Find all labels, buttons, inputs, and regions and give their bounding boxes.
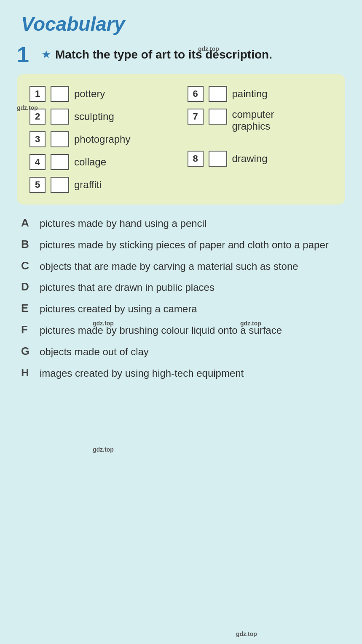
desc-letter-d: D [21, 280, 33, 293]
vocab-box: 1 pottery 2 sculpting 3 photography 4 co… [17, 74, 345, 205]
answer-box-6[interactable] [209, 86, 227, 102]
desc-text-e: pictures created by using a camera [40, 302, 197, 317]
desc-text-c: objects that are made by carving a mater… [40, 259, 298, 274]
description-item-a: A pictures made by hand using a pencil [21, 216, 341, 231]
number-box-4: 4 [29, 154, 46, 170]
desc-text-b: pictures made by sticking pieces of pape… [40, 238, 329, 253]
vocab-item-6: 6 painting [188, 86, 333, 102]
answer-box-3[interactable] [51, 131, 69, 147]
vocab-word-sculpting: sculpting [74, 111, 114, 122]
vocab-item-3: 3 photography [29, 131, 175, 147]
watermark-4: gdz.top [240, 320, 261, 327]
number-box-6: 6 [188, 86, 204, 102]
number-box-8: 8 [188, 151, 204, 167]
description-item-h: H images created by using high-tech equi… [21, 366, 341, 381]
number-box-7: 7 [188, 109, 204, 125]
answer-box-4[interactable] [51, 154, 69, 170]
page-title: Vocabulary [21, 13, 345, 35]
desc-text-h: images created by using high-tech equipm… [40, 366, 244, 381]
desc-letter-h: H [21, 366, 33, 379]
vocab-word-computer-graphics: computergraphics [232, 109, 274, 132]
desc-letter-c: C [21, 259, 33, 272]
exercise-instruction: ★ Match the type of art to its descripti… [41, 44, 272, 62]
description-item-g: G objects made out of clay [21, 345, 341, 359]
vocab-item-7: 7 computergraphics [188, 109, 333, 132]
description-item-b: B pictures made by sticking pieces of pa… [21, 238, 341, 253]
number-box-3: 3 [29, 131, 46, 147]
number-box-1: 1 [29, 86, 46, 102]
vocab-item-1: 1 pottery [29, 86, 175, 102]
number-box-5: 5 [29, 177, 46, 193]
description-item-c: C objects that are made by carving a mat… [21, 259, 341, 274]
desc-text-a: pictures made by hand using a pencil [40, 216, 206, 231]
vocab-word-drawing: drawing [232, 153, 268, 165]
desc-letter-a: A [21, 216, 33, 229]
desc-text-d: pictures that are drawn in public places [40, 280, 215, 295]
vocab-word-collage: collage [74, 156, 106, 168]
watermark-3: gdz.top [93, 320, 114, 327]
vocab-item-2: 2 sculpting [29, 109, 175, 125]
watermark-2: gdz.top [17, 104, 38, 111]
desc-letter-b: B [21, 238, 33, 251]
description-item-d: D pictures that are drawn in public plac… [21, 280, 341, 295]
description-item-e: E pictures created by using a camera [21, 302, 341, 317]
exercise-header: 1 ★ Match the type of art to its descrip… [17, 44, 345, 66]
vocab-item-4: 4 collage [29, 154, 175, 170]
answer-box-1[interactable] [51, 86, 69, 102]
vocab-item-8: 8 drawing [188, 151, 333, 167]
answer-box-7[interactable] [209, 109, 227, 125]
desc-letter-g: G [21, 345, 33, 358]
right-column: 6 painting 7 computergraphics 8 drawing [188, 86, 333, 193]
star-icon: ★ [41, 48, 51, 61]
exercise-number: 1 [17, 44, 34, 66]
vocab-word-photography: photography [74, 133, 130, 145]
watermark-6: gdz.top [236, 631, 257, 637]
answer-box-2[interactable] [51, 109, 69, 125]
left-column: 1 pottery 2 sculpting 3 photography 4 co… [29, 86, 175, 193]
description-item-f: F pictures made by brushing colour liqui… [21, 323, 341, 338]
vocab-word-pottery: pottery [74, 88, 105, 100]
descriptions-section: A pictures made by hand using a pencil B… [17, 216, 345, 381]
watermark-1: gdz.top [198, 45, 219, 52]
desc-letter-e: E [21, 302, 33, 315]
watermark-5: gdz.top [93, 446, 114, 453]
answer-box-5[interactable] [51, 177, 69, 193]
vocab-item-5: 5 graffiti [29, 177, 175, 193]
vocab-word-painting: painting [232, 88, 268, 100]
desc-text-g: objects made out of clay [40, 345, 149, 359]
vocab-word-graffiti: graffiti [74, 179, 102, 191]
vocab-grid: 1 pottery 2 sculpting 3 photography 4 co… [29, 86, 333, 193]
answer-box-8[interactable] [209, 151, 227, 167]
desc-letter-f: F [21, 323, 33, 336]
instruction-text: Match the type of art to its description… [55, 47, 272, 62]
